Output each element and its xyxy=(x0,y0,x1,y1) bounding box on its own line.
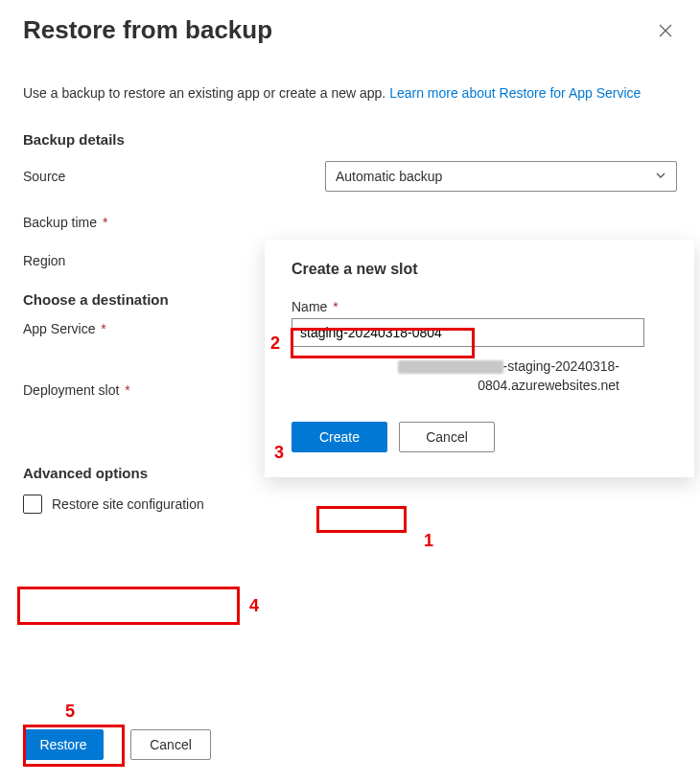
cancel-button[interactable]: Cancel xyxy=(130,729,211,760)
required-asterisk: * xyxy=(329,299,338,314)
source-select-value: Automatic backup xyxy=(336,169,442,184)
slot-name-label-text: Name xyxy=(292,299,327,314)
section-backup-details: Backup details xyxy=(23,131,677,148)
callout-num-2: 2 xyxy=(270,334,280,354)
restore-site-config-label: Restore site configuration xyxy=(52,496,204,512)
close-icon[interactable] xyxy=(658,23,673,41)
row-restore-site-config: Restore site configuration xyxy=(23,495,677,514)
source-select[interactable]: Automatic backup xyxy=(325,161,677,192)
required-asterisk: * xyxy=(99,215,107,230)
intro-text: Use a backup to restore an existing app … xyxy=(23,83,677,103)
restore-site-config-checkbox[interactable] xyxy=(23,495,42,514)
row-backup-time: Backup time * xyxy=(23,215,677,230)
restore-button[interactable]: Restore xyxy=(23,729,104,760)
create-slot-popup: Create a new slot Name * -staging-202403… xyxy=(265,240,694,477)
page-title: Restore from backup xyxy=(23,15,677,45)
required-asterisk: * xyxy=(121,382,129,398)
popup-actions: Create Cancel xyxy=(292,422,667,452)
callout-num-1: 1 xyxy=(424,531,433,551)
popup-title: Create a new slot xyxy=(292,261,667,278)
app-service-label-text: App Service xyxy=(23,321,95,336)
callout-box-4 xyxy=(17,587,240,625)
row-source: Source Automatic backup xyxy=(23,161,677,192)
popup-cancel-button[interactable]: Cancel xyxy=(399,422,495,452)
popup-create-button[interactable]: Create xyxy=(292,422,387,452)
slot-url-preview: -staging-20240318-0804.azurewebsites.net xyxy=(292,357,667,395)
footer-actions: Restore Cancel xyxy=(23,729,211,760)
deployment-slot-label-text: Deployment slot xyxy=(23,382,119,398)
backup-time-label-text: Backup time xyxy=(23,215,97,230)
redacted-hostname xyxy=(398,360,503,374)
slot-name-input[interactable] xyxy=(292,318,644,347)
intro-leading: Use a backup to restore an existing app … xyxy=(23,85,389,101)
backup-time-label: Backup time * xyxy=(23,215,325,230)
required-asterisk: * xyxy=(97,321,105,336)
slot-name-label: Name * xyxy=(292,299,667,314)
learn-more-link[interactable]: Learn more about Restore for App Service xyxy=(389,85,641,101)
chevron-down-icon xyxy=(655,169,666,184)
callout-num-5: 5 xyxy=(65,702,75,722)
source-label: Source xyxy=(23,169,325,184)
callout-num-3: 3 xyxy=(274,443,284,463)
callout-num-4: 4 xyxy=(249,596,259,616)
